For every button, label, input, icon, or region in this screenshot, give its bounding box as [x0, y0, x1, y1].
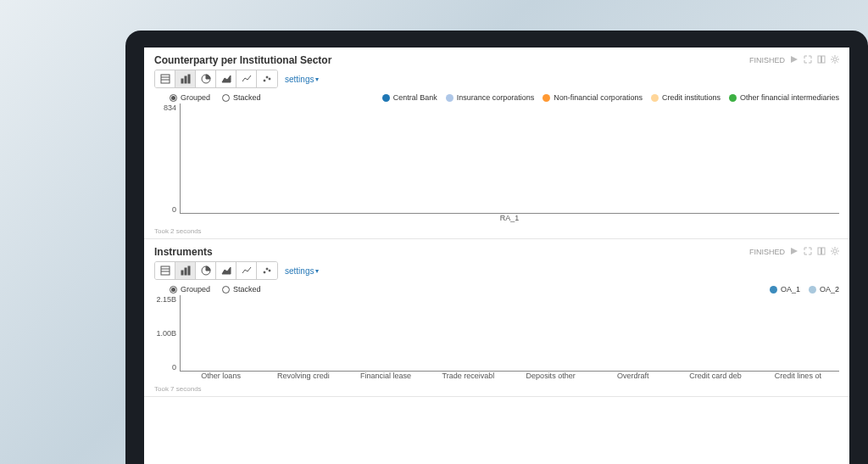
line-chart-button[interactable]: [236, 70, 257, 87]
panel-title: Counterparty per Institutional Sector: [154, 54, 331, 66]
svg-point-12: [266, 76, 268, 78]
scatter-chart-button[interactable]: [257, 262, 277, 279]
x-category-label: Credit card deb: [675, 372, 757, 380]
svg-rect-21: [181, 271, 183, 275]
svg-point-3: [833, 58, 837, 61]
legend-item[interactable]: Insurance corporations: [446, 93, 535, 102]
legend-item[interactable]: Other financial intermediaries: [729, 93, 839, 102]
panel-counterparty: Counterparty per Institutional Sector FI…: [144, 48, 849, 239]
expand-icon[interactable]: [804, 55, 812, 65]
radio-grouped[interactable]: Grouped: [170, 93, 210, 102]
area-chart-button[interactable]: [216, 262, 236, 279]
status-text: FINISHED: [749, 248, 785, 256]
chart-area: 834 0: [154, 103, 839, 214]
svg-marker-0: [791, 56, 798, 63]
svg-rect-8: [185, 76, 186, 83]
line-chart-button[interactable]: [236, 262, 257, 279]
svg-rect-15: [818, 248, 821, 254]
settings-dropdown[interactable]: settings: [285, 75, 319, 84]
svg-rect-1: [818, 56, 821, 63]
chart-type-toolbar: [154, 261, 278, 280]
svg-rect-9: [188, 75, 190, 83]
bar-chart-button[interactable]: [175, 262, 196, 279]
table-view-button[interactable]: [155, 262, 175, 279]
expand-icon[interactable]: [804, 247, 812, 257]
radio-stacked[interactable]: Stacked: [222, 285, 261, 293]
svg-point-13: [269, 78, 270, 80]
plot-area[interactable]: [180, 103, 839, 214]
chart-area: 2.15B 1.00B 0: [154, 295, 839, 372]
plot-area[interactable]: [180, 295, 839, 372]
status-text: FINISHED: [749, 56, 785, 64]
svg-marker-14: [791, 248, 798, 254]
x-category-label: Revolving credi: [262, 372, 344, 380]
scatter-chart-button[interactable]: [257, 70, 277, 87]
y-tick-max: 834: [164, 103, 176, 112]
radio-grouped[interactable]: Grouped: [170, 285, 210, 293]
svg-point-11: [264, 80, 265, 81]
play-icon[interactable]: [790, 247, 798, 257]
panel-title: Instruments: [154, 246, 213, 258]
y-tick-top: 2.15B: [156, 295, 176, 304]
panel-status-bar: FINISHED: [749, 247, 839, 257]
x-category-label: Trade receivabl: [427, 372, 509, 380]
svg-point-27: [269, 270, 270, 271]
x-axis-labels: Other loansRevolving crediFinancial leas…: [180, 372, 839, 380]
chart-legend: OA_1OA_2: [770, 285, 839, 293]
svg-point-25: [264, 271, 265, 273]
x-category-label: Financial lease: [345, 372, 427, 380]
book-icon[interactable]: [817, 247, 826, 257]
pie-chart-button[interactable]: [196, 262, 216, 279]
svg-rect-18: [161, 266, 170, 275]
grouping-radios: Grouped Stacked: [170, 285, 261, 293]
gear-icon[interactable]: [831, 55, 839, 65]
pie-chart-button[interactable]: [196, 70, 216, 87]
panel-status-bar: FINISHED: [749, 55, 839, 65]
chart-legend: Central BankInsurance corporationsNon-fi…: [382, 93, 839, 102]
svg-rect-2: [822, 56, 826, 63]
settings-dropdown[interactable]: settings: [285, 266, 319, 276]
y-tick-mid: 1.00B: [156, 329, 176, 338]
radio-stacked[interactable]: Stacked: [222, 93, 261, 102]
svg-point-17: [833, 249, 837, 253]
panel-instruments: Instruments FINISHED settings Gr: [144, 239, 849, 397]
y-tick-zero: 0: [172, 205, 176, 214]
bar-chart-button[interactable]: [175, 70, 196, 87]
legend-item[interactable]: Credit institutions: [651, 93, 721, 102]
legend-item[interactable]: OA_1: [770, 285, 800, 293]
legend-item[interactable]: Non-financial corporations: [542, 93, 643, 102]
execution-time: Took 7 seconds: [154, 385, 839, 393]
book-icon[interactable]: [817, 55, 826, 65]
svg-rect-4: [161, 75, 170, 83]
laptop-frame: Counterparty per Institutional Sector FI…: [125, 31, 868, 464]
gear-icon[interactable]: [831, 247, 839, 257]
svg-point-26: [266, 268, 268, 270]
svg-rect-23: [188, 266, 190, 275]
svg-rect-16: [822, 248, 826, 254]
chart-type-toolbar: [154, 70, 278, 88]
legend-item[interactable]: OA_2: [809, 285, 839, 293]
app-screen: Counterparty per Institutional Sector FI…: [144, 48, 849, 464]
x-category-label: Deposits other: [509, 372, 592, 380]
grouping-radios: Grouped Stacked: [170, 93, 261, 102]
area-chart-button[interactable]: [216, 70, 236, 87]
svg-rect-7: [181, 79, 183, 83]
svg-rect-22: [185, 268, 186, 275]
legend-item[interactable]: Central Bank: [382, 93, 437, 102]
y-tick-zero: 0: [172, 363, 176, 372]
x-category-label: Overdraft: [592, 372, 674, 380]
x-category-label: Credit lines ot: [757, 372, 839, 380]
x-category-label: Other loans: [180, 372, 262, 380]
execution-time: Took 2 seconds: [154, 227, 839, 235]
table-view-button[interactable]: [155, 70, 175, 87]
x-category-label: RA_1: [180, 214, 839, 222]
play-icon[interactable]: [790, 55, 798, 65]
